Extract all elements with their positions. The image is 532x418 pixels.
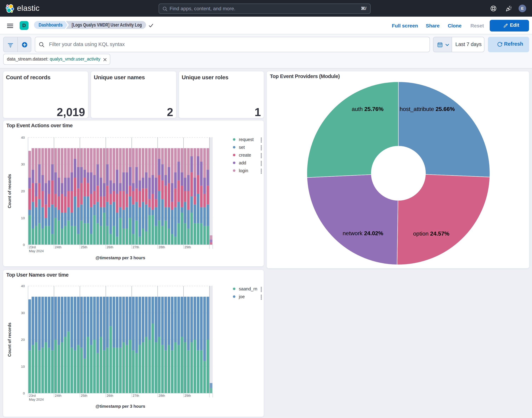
svg-text:Count of records: Count of records	[7, 174, 12, 208]
svg-text:30: 30	[21, 163, 25, 166]
svg-text:29th: 29th	[185, 394, 191, 397]
svg-text:23rd: 23rd	[29, 394, 35, 397]
svg-text:25th: 25th	[81, 394, 87, 397]
svg-text:30: 30	[21, 311, 25, 315]
svg-text:May 2024: May 2024	[29, 249, 44, 253]
svg-text:25th: 25th	[81, 245, 87, 249]
svg-text:29th: 29th	[185, 245, 191, 249]
svg-text:28th: 28th	[158, 245, 165, 249]
svg-text:20: 20	[21, 338, 25, 342]
svg-text:@timestamp per 3 hours: @timestamp per 3 hours	[95, 404, 145, 409]
svg-text:10: 10	[21, 216, 25, 220]
svg-text:26th: 26th	[106, 394, 113, 397]
svg-text:28th: 28th	[158, 394, 165, 397]
svg-text:@timestamp per 3 hours: @timestamp per 3 hours	[95, 255, 145, 260]
svg-text:20: 20	[21, 189, 25, 193]
svg-text:26th: 26th	[106, 245, 113, 249]
svg-text:Count of records: Count of records	[7, 323, 12, 357]
svg-text:0: 0	[23, 392, 25, 395]
svg-text:40: 40	[21, 284, 25, 288]
svg-text:23rd: 23rd	[29, 245, 35, 249]
svg-text:24th: 24th	[55, 394, 61, 397]
svg-text:May 2024: May 2024	[29, 398, 44, 401]
svg-text:27th: 27th	[133, 245, 139, 249]
svg-text:40: 40	[21, 136, 25, 139]
svg-text:24th: 24th	[55, 245, 61, 249]
svg-text:27th: 27th	[133, 394, 139, 397]
svg-text:0: 0	[23, 243, 25, 247]
svg-text:10: 10	[21, 365, 25, 369]
